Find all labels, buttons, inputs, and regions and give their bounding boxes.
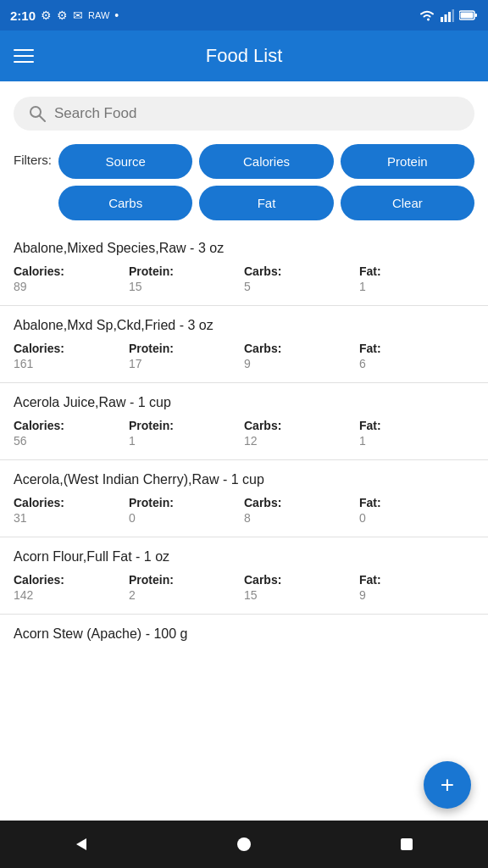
food-stats-3: Calories: 31 Protein: 0 Carbs: 8 Fat: 0: [14, 496, 474, 525]
hamburger-line-3: [14, 61, 34, 63]
svg-rect-6: [461, 13, 474, 19]
svg-rect-1: [445, 14, 447, 22]
filter-source-button[interactable]: Source: [58, 144, 192, 179]
raw-label: RAW: [88, 10, 109, 20]
protein-value-0: 15: [129, 280, 244, 293]
carbs-label-0: Carbs:: [244, 264, 359, 278]
gear-icon-2: ⚙: [57, 8, 68, 22]
food-item-2[interactable]: Acerola Juice,Raw - 1 cup Calories: 56 P…: [0, 383, 488, 460]
food-name-2: Acerola Juice,Raw - 1 cup: [14, 395, 474, 410]
back-icon: [73, 836, 90, 853]
carbs-value-0: 5: [244, 280, 359, 293]
protein-block-1: Protein: 17: [129, 342, 244, 370]
nav-home-button[interactable]: [219, 827, 269, 861]
carbs-block-0: Carbs: 5: [244, 264, 359, 293]
calories-block-0: Calories: 89: [14, 264, 129, 293]
add-food-fab[interactable]: +: [424, 761, 471, 809]
food-stats-1: Calories: 161 Protein: 17 Carbs: 9 Fat: …: [14, 342, 474, 370]
calories-value-0: 89: [14, 280, 129, 293]
recents-square-icon: [398, 836, 415, 853]
battery-icon: [459, 9, 478, 21]
food-item-0[interactable]: Abalone,Mixed Species,Raw - 3 oz Calorie…: [0, 229, 488, 306]
signal-icon: [441, 8, 454, 22]
search-icon: [29, 105, 46, 122]
search-input[interactable]: [54, 105, 459, 122]
food-item-4[interactable]: Acorn Flour,Full Fat - 1 oz Calories: 14…: [0, 537, 488, 615]
filter-fat-button[interactable]: Fat: [199, 186, 333, 220]
search-container: [0, 81, 488, 141]
food-name-3: Acerola,(West Indian Cherry),Raw - 1 cup: [14, 472, 474, 487]
nav-bar: [0, 821, 488, 868]
food-list: Abalone,Mixed Species,Raw - 3 oz Calorie…: [0, 229, 488, 709]
carbs-block-1: Carbs: 9: [244, 342, 359, 370]
svg-point-10: [237, 837, 251, 851]
food-stats-4: Calories: 142 Protein: 2 Carbs: 15 Fat: …: [14, 573, 474, 602]
hamburger-line-1: [14, 49, 34, 51]
protein-label-0: Protein:: [129, 264, 244, 278]
svg-point-7: [30, 107, 41, 117]
fat-block-0: Fat: 1: [359, 264, 474, 293]
fat-label-0: Fat:: [359, 264, 474, 278]
svg-rect-2: [448, 12, 451, 22]
svg-rect-3: [452, 9, 455, 22]
filters-row: Filters: Source Calories Protein Carbs F…: [0, 141, 488, 229]
page-title: Food List: [47, 45, 441, 67]
nav-recents-button[interactable]: [381, 827, 432, 861]
food-item-3[interactable]: Acerola,(West Indian Cherry),Raw - 1 cup…: [0, 460, 488, 537]
hamburger-menu-button[interactable]: [14, 49, 34, 63]
svg-rect-5: [475, 14, 478, 17]
fat-value-0: 1: [359, 280, 474, 293]
status-left: 2:10 ⚙ ⚙ ✉ RAW •: [10, 8, 119, 23]
app-bar: Food List: [0, 31, 488, 81]
food-stats-2: Calories: 56 Protein: 1 Carbs: 12 Fat: 1: [14, 419, 474, 448]
dot-icon: •: [114, 8, 119, 22]
food-name-1: Abalone,Mxd Sp,Ckd,Fried - 3 oz: [14, 318, 474, 333]
svg-rect-0: [441, 17, 443, 22]
home-circle-icon: [236, 836, 252, 853]
search-bar: [14, 97, 474, 131]
gear-icon-1: ⚙: [41, 8, 52, 22]
mail-icon: ✉: [73, 8, 83, 22]
filter-clear-button[interactable]: Clear: [341, 186, 474, 220]
filters-label: Filters:: [14, 144, 52, 167]
calories-label-0: Calories:: [14, 264, 129, 278]
svg-line-8: [40, 116, 45, 121]
filters-grid: Source Calories Protein Carbs Fat Clear: [58, 144, 474, 220]
filter-calories-button[interactable]: Calories: [199, 144, 333, 179]
food-item-5[interactable]: Acorn Stew (Apache) - 100 g: [0, 615, 488, 709]
calories-block-1: Calories: 161: [14, 342, 129, 370]
food-name-4: Acorn Flour,Full Fat - 1 oz: [14, 549, 474, 565]
food-name-5: Acorn Stew (Apache) - 100 g: [14, 626, 474, 642]
wifi-icon: [419, 8, 435, 22]
fat-block-1: Fat: 6: [359, 342, 474, 370]
status-time: 2:10: [10, 8, 36, 23]
filter-carbs-button[interactable]: Carbs: [58, 186, 192, 220]
protein-block-0: Protein: 15: [129, 264, 244, 293]
status-bar: 2:10 ⚙ ⚙ ✉ RAW •: [0, 0, 488, 31]
hamburger-line-2: [14, 55, 34, 57]
filter-protein-button[interactable]: Protein: [341, 144, 474, 179]
svg-marker-9: [76, 838, 86, 850]
nav-back-button[interactable]: [56, 827, 107, 861]
status-right: [419, 8, 478, 22]
food-stats-0: Calories: 89 Protein: 15 Carbs: 5 Fat: 1: [14, 264, 474, 293]
food-item-1[interactable]: Abalone,Mxd Sp,Ckd,Fried - 3 oz Calories…: [0, 306, 488, 383]
food-name-0: Abalone,Mixed Species,Raw - 3 oz: [14, 241, 474, 256]
svg-rect-11: [401, 838, 413, 850]
